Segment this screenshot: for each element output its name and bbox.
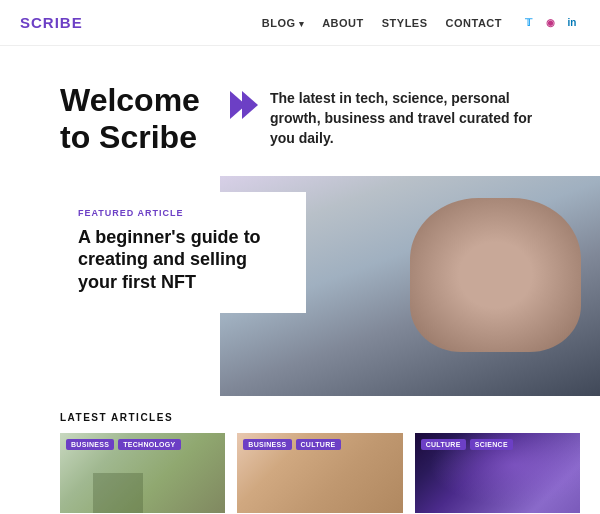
tag-business-1: BUSINESS [66, 439, 114, 450]
featured-label: FEATURED ARTICLE [78, 208, 286, 218]
featured-title: A beginner's guide to creating and selli… [78, 226, 286, 294]
tag-culture-2: CULTURE [296, 439, 341, 450]
featured-section: FEATURED ARTICLE A beginner's guide to c… [0, 176, 600, 396]
tag-business-2: BUSINESS [243, 439, 291, 450]
latest-section: LATEST ARTICLES BUSINESS TECHNOLOGY BUSI… [0, 396, 600, 514]
social-icons: 𝕋 ◉ in [520, 15, 580, 31]
twitter-icon[interactable]: 𝕋 [520, 15, 536, 31]
nav-about[interactable]: ABOUT [322, 17, 364, 29]
nav-contact[interactable]: CONTACT [446, 17, 502, 29]
main-nav: BLOG ABOUT STYLES CONTACT 𝕋 ◉ in [262, 15, 580, 31]
hero-description: The latest in tech, science, personal gr… [270, 89, 550, 148]
featured-overlay[interactable]: FEATURED ARTICLE A beginner's guide to c… [58, 192, 306, 314]
hero-arrow-desc: The latest in tech, science, personal gr… [230, 89, 550, 148]
hero-title: Welcometo Scribe [60, 82, 210, 156]
tag-culture-3: CULTURE [421, 439, 466, 450]
chevron-icon [230, 91, 258, 119]
article-card-3[interactable]: CULTURE SCIENCE [415, 433, 580, 513]
tag-technology-1: TECHNOLOGY [118, 439, 180, 450]
article-1-tags: BUSINESS TECHNOLOGY [66, 439, 181, 450]
header: SCRIBE BLOG ABOUT STYLES CONTACT 𝕋 ◉ in [0, 0, 600, 46]
linkedin-icon[interactable]: in [564, 15, 580, 31]
nav-blog[interactable]: BLOG [262, 17, 304, 29]
tag-science-3: SCIENCE [470, 439, 513, 450]
article-3-tags: CULTURE SCIENCE [421, 439, 513, 450]
nav-styles[interactable]: STYLES [382, 17, 428, 29]
article-2-tags: BUSINESS CULTURE [243, 439, 340, 450]
article-card-1[interactable]: BUSINESS TECHNOLOGY [60, 433, 225, 513]
hero-section: Welcometo Scribe The latest in tech, sci… [0, 46, 600, 176]
latest-label: LATEST ARTICLES [60, 412, 580, 423]
articles-grid: BUSINESS TECHNOLOGY BUSINESS CULTURE CUL… [60, 433, 580, 513]
article-card-2[interactable]: BUSINESS CULTURE [237, 433, 402, 513]
chevron-right [242, 91, 258, 119]
instagram-icon[interactable]: ◉ [542, 15, 558, 31]
logo[interactable]: SCRIBE [20, 14, 83, 31]
